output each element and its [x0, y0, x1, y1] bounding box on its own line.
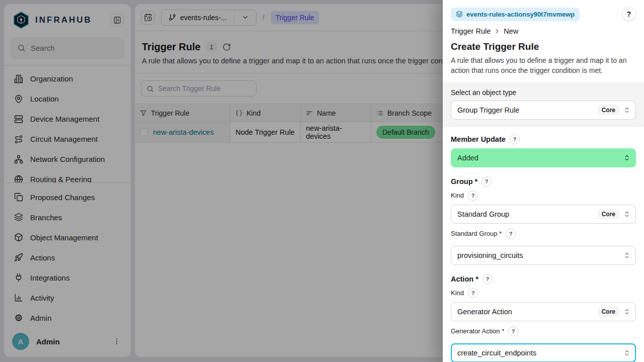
action-label: Action *	[451, 275, 478, 283]
panel-header: events-rules-actionsy90t7mvmewp ? Trigge…	[443, 0, 644, 82]
panel-description: A rule that allows you to define a trigg…	[451, 55, 636, 76]
select-value: provisioning_circuits	[457, 251, 619, 259]
group-kind-label: Kind	[451, 192, 464, 199]
help-icon[interactable]: ?	[481, 176, 492, 187]
breadcrumb-current: New	[504, 27, 518, 35]
panel-title: Create Trigger Rule	[451, 41, 636, 52]
object-type-select[interactable]: Group Trigger Rule Core	[451, 101, 636, 120]
panel-help-button[interactable]: ?	[622, 7, 636, 21]
select-value: Generator Action	[457, 308, 594, 316]
select-value: create_circuit_endpoints	[457, 349, 619, 357]
action-section: Action * ? Kind ? Generator Action Core …	[451, 274, 636, 362]
member-update-select[interactable]: Added	[451, 148, 636, 167]
help-icon[interactable]: ?	[506, 229, 516, 239]
chevrons-up-down-icon	[623, 107, 630, 114]
help-icon[interactable]: ?	[468, 288, 478, 298]
core-badge: Core	[598, 209, 619, 219]
core-badge: Core	[598, 105, 619, 115]
standard-group-label: Standard Group *	[451, 230, 502, 237]
help-icon[interactable]: ?	[468, 191, 478, 201]
standard-group-select[interactable]: provisioning_circuits	[451, 246, 636, 265]
member-update-group: Member Update ? Added	[451, 134, 636, 167]
member-update-label: Member Update	[451, 135, 506, 143]
help-icon[interactable]: ?	[510, 134, 520, 144]
chevrons-up-down-icon	[623, 252, 630, 259]
select-value: Group Trigger Rule	[457, 106, 594, 114]
action-kind-label: Kind	[451, 289, 464, 297]
object-type-label: Select an object type	[451, 88, 636, 97]
create-trigger-rule-panel: events-rules-actionsy90t7mvmewp ? Trigge…	[443, 0, 644, 362]
chevrons-up-down-icon	[623, 349, 630, 356]
group-label: Group *	[451, 177, 477, 186]
panel-form: Member Update ? Added Group * ? Kind ? S…	[443, 127, 644, 362]
group-section: Group * ? Kind ? Standard Group Core Sta…	[451, 176, 636, 265]
layers-icon	[456, 11, 463, 18]
core-badge: Core	[598, 307, 619, 317]
action-kind-select[interactable]: Generator Action Core	[451, 302, 636, 321]
select-value: Added	[457, 154, 619, 162]
panel-branch-badge[interactable]: events-rules-actionsy90t7mvmewp	[451, 8, 580, 21]
select-value: Standard Group	[457, 210, 594, 218]
panel-breadcrumb: Trigger Rule New	[451, 27, 636, 35]
group-kind-select[interactable]: Standard Group Core	[451, 205, 636, 224]
generator-action-select[interactable]: create_circuit_endpoints	[451, 343, 636, 362]
chevrons-up-down-icon	[623, 154, 630, 161]
chevrons-up-down-icon	[623, 211, 630, 218]
object-type-section: Select an object type Group Trigger Rule…	[443, 82, 644, 127]
breadcrumb-parent[interactable]: Trigger Rule	[451, 27, 491, 35]
generator-action-label: Generator Action *	[451, 327, 504, 335]
panel-branch-name: events-rules-actionsy90t7mvmewp	[466, 11, 575, 18]
help-icon[interactable]: ?	[482, 274, 493, 284]
chevrons-up-down-icon	[623, 308, 630, 315]
chevron-right-icon	[494, 28, 501, 35]
help-icon[interactable]: ?	[508, 326, 518, 336]
